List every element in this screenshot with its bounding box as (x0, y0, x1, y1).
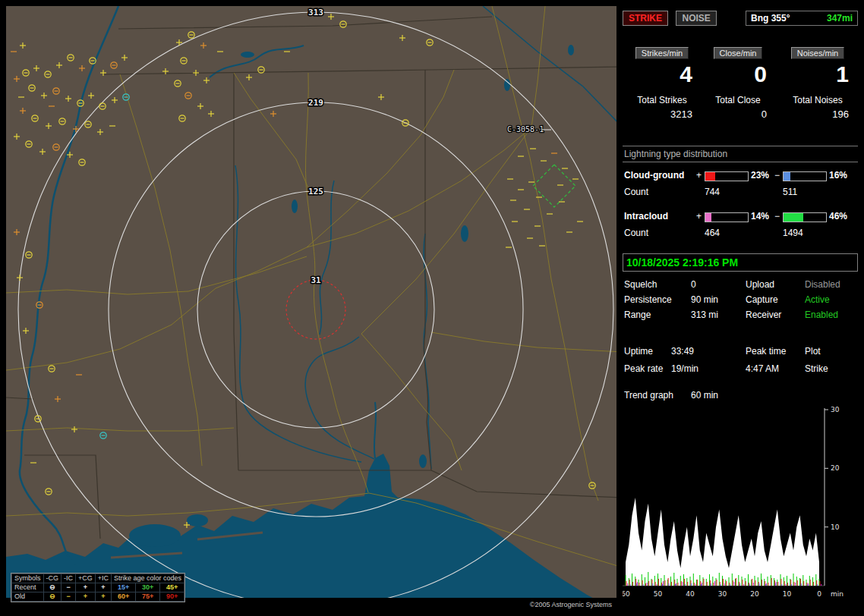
copyright-text: ©2005 Astrogenic Systems (530, 601, 612, 608)
total-close-label: Total Close (702, 95, 774, 105)
svg-text:313: 313 (308, 8, 323, 17)
plus-sign: + (696, 211, 702, 222)
close-per-min-column: Close/min 0 Total Close 0 (702, 46, 774, 120)
squelch-value: 0 (691, 279, 696, 290)
range-label: Range (624, 310, 651, 320)
cg-positive-bar-fill (705, 172, 715, 181)
plus-sign: + (696, 170, 702, 181)
map-legend: Symbols -CG -IC +CG +IC Strike age color… (11, 573, 185, 602)
map-canvas[interactable]: 31321912531 C-3058-1 (6, 6, 616, 598)
right-panel: STRIKE NOISE Bng 355° 347mi Strikes/min … (623, 6, 858, 610)
age-75: 75+ (136, 592, 160, 602)
noises-per-min-button[interactable]: Noises/min (791, 47, 844, 59)
trend-graph-label: Trend graph (624, 390, 673, 401)
ic-positive-count: 464 (705, 228, 720, 238)
strikes-per-min-button[interactable]: Strikes/min (635, 47, 689, 59)
age-30: 30+ (136, 583, 160, 592)
water-layer (6, 6, 616, 598)
legend-col-neg-ic: -IC (61, 574, 76, 583)
ic-positive-bar-fill (705, 213, 711, 222)
map-area[interactable]: 31321912531 C-3058-1 ©2005 Astrogenic Sy… (6, 6, 616, 610)
svg-text:10: 10 (783, 590, 792, 598)
plus-cg-icon: + (76, 592, 96, 602)
plot-mode-value: Strike (805, 363, 828, 374)
uptime-value: 33:49 (671, 346, 694, 357)
count-label: Count (624, 228, 648, 238)
svg-text:30: 30 (831, 406, 840, 413)
legend-age-header: Strike age color codes (112, 574, 184, 583)
persistence-label: Persistence (624, 294, 672, 305)
receiver-label: Receiver (746, 310, 781, 320)
ic-positive-pct: 14% (751, 211, 769, 222)
capture-label: Capture (746, 294, 778, 305)
ic-negative-bar (783, 212, 827, 222)
total-strikes-label: Total Strikes (624, 95, 700, 105)
close-per-min-button[interactable]: Close/min (714, 47, 763, 59)
minus-sign: − (774, 211, 780, 222)
svg-text:0: 0 (817, 590, 821, 598)
persistence-value: 90 min (691, 294, 718, 305)
noise-indicator: NOISE (676, 11, 716, 26)
cloud-ground-label: Cloud-ground (624, 170, 684, 181)
legend-col-neg-cg: -CG (43, 574, 61, 583)
squelch-label: Squelch (624, 279, 657, 290)
svg-text:min: min (831, 590, 844, 598)
status-bar: STRIKE NOISE Bng 355° 347mi (623, 11, 858, 27)
noises-per-min-column: Noises/min 1 Total Noises 196 (779, 46, 856, 120)
ic-negative-pct: 46% (829, 211, 847, 222)
settings-row: Range 313 mi Receiver Enabled (623, 310, 858, 325)
trend-graph: 1020306050403020100min (623, 405, 858, 602)
capture-status: Active (805, 294, 830, 305)
cloud-ground-row: Cloud-ground + 23% − 16% (623, 170, 858, 182)
ic-negative-count: 1494 (783, 228, 803, 238)
strike-indicator: STRIKE (623, 11, 668, 26)
circled-minus-icon: ⊖ (43, 592, 61, 602)
total-noises-value: 196 (779, 108, 856, 120)
trend-window-value: 60 min (691, 390, 718, 401)
legend-col-pos-ic: +IC (95, 574, 111, 583)
noises-per-min-value: 1 (779, 61, 856, 87)
ic-positive-bar (705, 212, 749, 222)
datetime-display: 10/18/2025 2:19:16 PM (623, 253, 858, 272)
age-15: 15+ (112, 583, 136, 592)
total-noises-label: Total Noises (779, 95, 856, 105)
intracloud-count-row: Count 464 1494 (623, 228, 858, 238)
svg-text:31: 31 (311, 275, 321, 285)
lightning-distribution-section: Lightning type distribution Cloud-ground… (623, 146, 858, 249)
svg-text:60: 60 (623, 590, 630, 598)
intracloud-row: Intracloud + 14% − 46% (623, 211, 858, 223)
peak-time-value: 4:47 AM (746, 363, 779, 374)
svg-text:219: 219 (308, 98, 323, 108)
session-row: Peak rate 19/min 4:47 AM Strike (623, 363, 858, 381)
upload-status: Disabled (805, 279, 840, 290)
session-section: Uptime 33:49 Peak time Plot Peak rate 19… (623, 346, 858, 381)
svg-text:20: 20 (831, 464, 840, 472)
circled-minus-icon: ⊖ (43, 583, 61, 592)
svg-text:C-3058-1: C-3058-1 (507, 125, 544, 134)
minus-icon: − (61, 592, 76, 602)
rates-section: Strikes/min 4 Total Strikes 3213 Close/m… (623, 46, 858, 135)
strikes-per-min-value: 4 (624, 61, 700, 87)
settings-section: Squelch 0 Upload Disabled Persistence 90… (623, 279, 858, 325)
count-label: Count (624, 187, 648, 197)
receiver-status: Enabled (805, 310, 838, 320)
svg-text:20: 20 (750, 590, 759, 598)
svg-text:30: 30 (718, 590, 727, 598)
svg-text:10: 10 (831, 523, 840, 531)
distribution-title: Lightning type distribution (623, 146, 858, 162)
age-45: 45+ (160, 583, 184, 592)
range-value: 313 mi (691, 310, 718, 320)
uptime-label: Uptime (624, 346, 653, 357)
ic-negative-bar-fill (784, 213, 803, 222)
peak-rate-label: Peak rate (624, 363, 663, 374)
cg-negative-bar-fill (784, 172, 790, 181)
storm-cell-layer: C-3058-1 (507, 125, 575, 207)
plus-cg-icon: + (76, 583, 96, 592)
plus-ic-icon: + (95, 583, 111, 592)
cg-negative-count: 511 (783, 187, 797, 197)
cg-positive-count: 744 (705, 187, 720, 197)
settings-row: Persistence 90 min Capture Active (623, 294, 858, 310)
cloud-ground-count-row: Count 744 511 (623, 187, 858, 197)
legend-col-pos-cg: +CG (76, 574, 96, 583)
peak-rate-value: 19/min (671, 363, 698, 374)
